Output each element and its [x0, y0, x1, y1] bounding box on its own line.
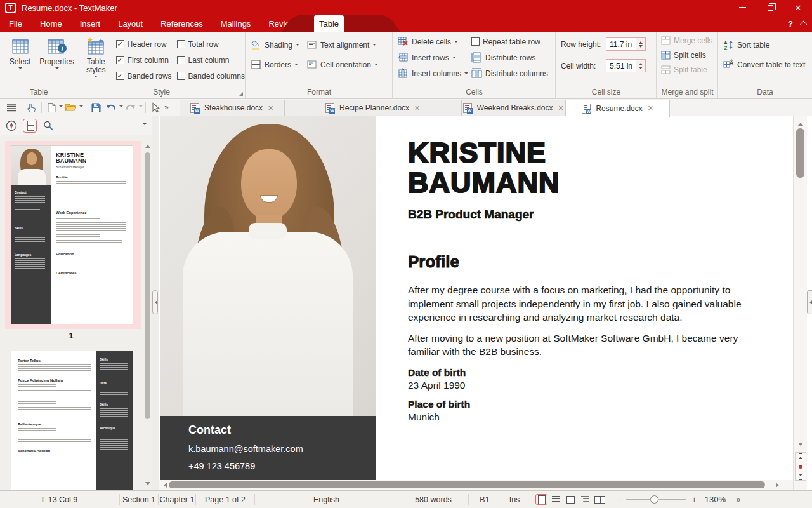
zoom-slider[interactable]: [626, 499, 686, 500]
page-thumbnail-2[interactable]: Skills Data Skills Technique Tortor Tell…: [11, 351, 133, 490]
insert-columns-button[interactable]: Insert columns: [398, 68, 471, 79]
restore-button[interactable]: [756, 0, 784, 15]
merge-cells-button[interactable]: Merge cells: [661, 36, 717, 45]
close-button[interactable]: ✕: [784, 0, 812, 15]
split-table-button[interactable]: Split table: [661, 65, 717, 74]
undo-button[interactable]: [103, 100, 119, 114]
right-panel-collapse-handle[interactable]: [807, 290, 812, 314]
insert-rows-button[interactable]: Insert rows: [398, 52, 471, 63]
navigation-button[interactable]: [4, 119, 18, 133]
menu-layout[interactable]: Layout: [109, 15, 152, 32]
save-button[interactable]: [89, 100, 103, 114]
thumbnails-button[interactable]: [23, 119, 37, 133]
cell-width-spinner[interactable]: [636, 60, 645, 72]
menu-home[interactable]: Home: [31, 15, 71, 32]
next-page-button[interactable]: [796, 471, 806, 480]
help-icon[interactable]: ?: [785, 19, 796, 29]
collapse-ribbon-icon[interactable]: [800, 21, 807, 28]
page-layout-view-button[interactable]: [535, 494, 547, 505]
normal-view-button[interactable]: [550, 494, 562, 505]
cell-orientation-button[interactable]: Cell orientation: [306, 59, 393, 70]
search-button[interactable]: [41, 119, 55, 133]
zoom-slider-knob[interactable]: [650, 495, 658, 504]
scroll-down-icon[interactable]: [145, 482, 150, 488]
scroll-left-icon[interactable]: [161, 483, 167, 488]
tab-close-icon[interactable]: ✕: [648, 104, 653, 112]
language-indicator[interactable]: English: [255, 495, 398, 504]
distribute-rows-button[interactable]: Distribute rows: [471, 52, 554, 63]
header-row-checkbox[interactable]: Header row: [116, 36, 172, 52]
menu-mailings[interactable]: Mailings: [212, 15, 260, 32]
open-dropdown-arrow[interactable]: [79, 105, 83, 109]
splitter-collapse-handle[interactable]: [152, 290, 158, 314]
doc-tab-weekend-breaks[interactable]: Weekend Breaks.docx ✕: [461, 100, 566, 116]
tab-table-active[interactable]: Table: [314, 15, 344, 32]
borders-button[interactable]: Borders: [251, 59, 306, 70]
menu-insert[interactable]: Insert: [71, 15, 110, 32]
scroll-down-icon[interactable]: [798, 443, 803, 448]
doc-tab-steakhouse[interactable]: Steakhouse.docx ✕: [180, 100, 285, 116]
row-height-spinner[interactable]: [636, 38, 645, 50]
browse-object-button[interactable]: [796, 462, 806, 472]
sidebar-scrollbar[interactable]: [143, 141, 152, 490]
scroll-up-icon[interactable]: [145, 142, 150, 148]
zoom-out-button[interactable]: −: [616, 495, 621, 505]
first-column-checkbox[interactable]: First column: [116, 52, 172, 68]
scrollbar-thumb[interactable]: [796, 128, 804, 178]
touch-mode-button[interactable]: [25, 100, 39, 114]
horizontal-scrollbar[interactable]: [159, 480, 793, 490]
document-canvas[interactable]: Contact k.baumann@softmaker.com +49 123 …: [159, 116, 793, 490]
word-count[interactable]: 580 words: [398, 495, 468, 504]
sidebar-splitter[interactable]: [152, 116, 159, 490]
zoom-in-button[interactable]: +: [691, 495, 697, 505]
distribute-columns-button[interactable]: Distribute columns: [471, 68, 554, 79]
row-height-input[interactable]: 11.7 in: [606, 37, 646, 51]
sidebar-menu-button[interactable]: [4, 100, 19, 114]
scroll-right-icon[interactable]: [776, 483, 782, 488]
toolbar-overflow-icon[interactable]: »: [162, 103, 171, 112]
banded-rows-checkbox[interactable]: Banded rows: [116, 68, 172, 84]
page-thumbnail-1[interactable]: Contact Skills Languages KRISTINE BAUMAN…: [11, 146, 133, 324]
shading-button[interactable]: Shading: [251, 39, 306, 50]
fullscreen-view-button[interactable]: [565, 494, 577, 505]
delete-cells-button[interactable]: Delete cells: [398, 36, 471, 47]
scroll-up-icon[interactable]: [798, 120, 803, 126]
previous-page-button[interactable]: [796, 453, 806, 462]
cell-width-input[interactable]: 5.51 in: [606, 59, 646, 72]
banded-columns-checkbox[interactable]: Banded columns: [177, 68, 245, 84]
doc-tab-recipe-planner[interactable]: Recipe Planner.docx ✕: [285, 100, 461, 116]
sort-table-button[interactable]: AZ Sort table: [723, 39, 812, 50]
open-button[interactable]: [63, 100, 79, 114]
page-indicator[interactable]: Page 1 of 2: [196, 495, 254, 504]
zoom-level[interactable]: 130%: [697, 495, 733, 504]
tab-close-icon[interactable]: ✕: [414, 104, 420, 112]
doc-tab-resume[interactable]: Resume.docx ✕: [566, 100, 670, 117]
object-mode-button[interactable]: [148, 100, 162, 114]
split-cells-button[interactable]: Split cells: [661, 51, 717, 60]
new-document-button[interactable]: [44, 100, 58, 114]
scrollbar-thumb[interactable]: [169, 481, 765, 488]
statusbar-overflow-icon[interactable]: »: [733, 495, 742, 504]
paragraph-style-indicator[interactable]: B1: [469, 495, 501, 504]
insert-mode-indicator[interactable]: Ins: [501, 495, 528, 504]
minimize-button[interactable]: [728, 0, 756, 15]
outline-view-button[interactable]: [579, 494, 591, 505]
book-view-button[interactable]: [594, 494, 606, 505]
convert-table-to-text-button[interactable]: A Convert table to text: [723, 59, 812, 70]
tab-close-icon[interactable]: ✕: [558, 104, 564, 112]
sidebar-options-dropdown[interactable]: [142, 123, 147, 128]
redo-dropdown-arrow[interactable]: [139, 105, 143, 109]
menu-references[interactable]: References: [152, 15, 211, 32]
scrollbar-thumb[interactable]: [145, 152, 150, 419]
chapter-indicator[interactable]: Chapter 1: [159, 495, 195, 504]
cursor-position[interactable]: L 13 Col 9: [0, 495, 119, 504]
vertical-scrollbar[interactable]: [793, 116, 807, 490]
last-column-checkbox[interactable]: Last column: [177, 52, 245, 68]
repeat-table-row-checkbox[interactable]: Repeat table row: [471, 36, 554, 47]
text-alignment-button[interactable]: Text alignment: [306, 39, 393, 50]
tab-close-icon[interactable]: ✕: [268, 104, 273, 112]
total-row-checkbox[interactable]: Total row: [177, 36, 245, 52]
redo-button[interactable]: [123, 100, 138, 114]
menu-file[interactable]: File: [0, 15, 31, 32]
section-indicator[interactable]: Section 1: [120, 495, 158, 504]
